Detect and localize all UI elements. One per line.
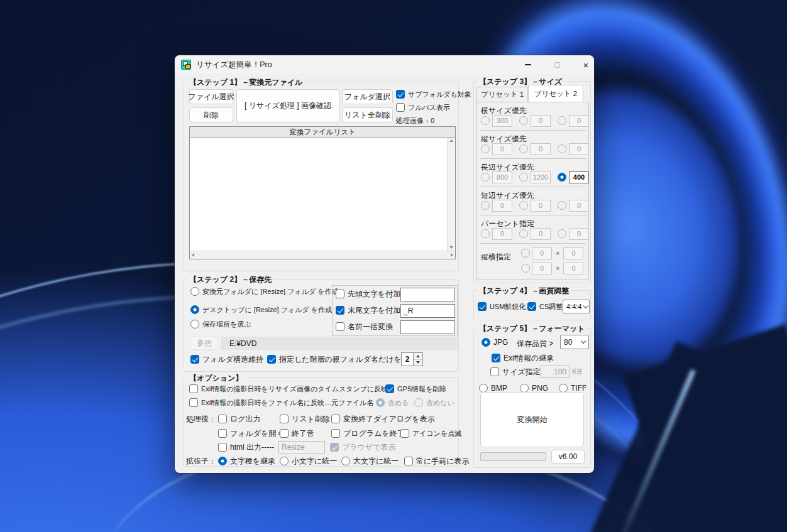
exif-timestamp-checkbox[interactable] xyxy=(189,384,198,393)
size-limit-checkbox[interactable] xyxy=(490,367,499,376)
resize-preview-button[interactable]: [ リサイズ処理 ] 画像確認 xyxy=(236,89,339,122)
clear-list-button[interactable]: リスト全削除 xyxy=(342,107,393,122)
html-output-checkbox[interactable] xyxy=(218,443,227,452)
percent-radio-3[interactable] xyxy=(558,229,566,238)
fullpath-checkbox[interactable] xyxy=(396,103,405,112)
file-list-area[interactable] xyxy=(190,138,447,251)
log-output-checkbox[interactable] xyxy=(218,415,227,423)
end-dialog-checkbox[interactable] xyxy=(331,415,340,423)
short-side-radio-3[interactable] xyxy=(558,201,566,210)
minimize-button[interactable] xyxy=(517,55,539,74)
always-on-top-checkbox[interactable] xyxy=(404,457,413,465)
long-side-radio-2[interactable] xyxy=(519,173,528,182)
short-side-radio-2[interactable] xyxy=(519,201,528,210)
subfolders-checkbox[interactable] xyxy=(396,90,405,99)
height-value-3: 0 xyxy=(569,143,589,155)
tab-preset-2[interactable]: プリセット 2 xyxy=(528,85,583,102)
ext-upper-radio[interactable] xyxy=(341,457,350,465)
keep-parent-checkbox[interactable] xyxy=(267,355,276,364)
dest-desktop-radio[interactable] xyxy=(190,305,199,314)
html-output-row: html 出力----- xyxy=(218,442,274,452)
long-side-value-3[interactable]: 400 xyxy=(569,171,589,183)
scroll-right-icon[interactable] xyxy=(451,253,453,257)
end-sound-row: 終了音 xyxy=(280,428,314,438)
gps-remove-checkbox[interactable] xyxy=(385,384,394,393)
scroll-down-icon[interactable] xyxy=(449,246,453,249)
wh-radio-1[interactable] xyxy=(521,249,530,258)
jpg-radio[interactable] xyxy=(482,338,490,347)
exif-filename-checkbox[interactable] xyxy=(189,398,198,407)
blink-icon-checkbox[interactable] xyxy=(400,429,409,438)
open-folder-checkbox[interactable] xyxy=(218,429,227,438)
percent-radio-1[interactable] xyxy=(481,229,490,238)
width-radio-2[interactable] xyxy=(519,116,528,125)
quality-dropdown[interactable]: 80 xyxy=(560,335,589,349)
show-browser-checkbox xyxy=(330,443,339,452)
height-radio-1[interactable] xyxy=(481,144,490,153)
ext-lower-radio[interactable] xyxy=(280,457,289,465)
close-button[interactable]: × xyxy=(575,55,594,74)
ext-inherit-radio[interactable] xyxy=(218,457,227,465)
jpg-label: JPG xyxy=(493,338,508,347)
suffix-checkbox[interactable] xyxy=(336,306,344,315)
usm-checkbox[interactable] xyxy=(478,302,487,311)
scroll-up-icon[interactable] xyxy=(449,139,453,142)
scroll-left-icon[interactable] xyxy=(192,253,194,257)
bmp-radio[interactable] xyxy=(479,384,488,393)
width-radio-1[interactable] xyxy=(481,116,490,125)
height-priority-row: 0 0 0 xyxy=(481,144,589,154)
height-radio-3[interactable] xyxy=(558,144,566,153)
height-radio-2[interactable] xyxy=(519,144,528,153)
rename-checkbox[interactable] xyxy=(336,322,344,331)
tab-preset-1[interactable]: プリセット 1 xyxy=(476,87,528,102)
parent-depth-spinner[interactable]: 2 xyxy=(401,352,423,366)
width-radio-3[interactable] xyxy=(558,116,566,125)
short-side-radio-1[interactable] xyxy=(481,201,490,210)
keep-parent-row: 指定した階層の親フォルダ名だけを維持 xyxy=(267,354,417,364)
select-folder-button[interactable]: フォルダ選択 xyxy=(342,89,393,104)
percent-radio-2[interactable] xyxy=(519,229,528,238)
delete-button[interactable]: 削除 xyxy=(189,107,233,122)
dest-choose-radio[interactable] xyxy=(190,320,199,328)
long-side-value-2: 1200 xyxy=(531,171,551,183)
keep-structure-checkbox[interactable] xyxy=(190,355,199,364)
chroma-subsampling-dropdown[interactable]: 4:4:4 xyxy=(563,300,590,313)
long-side-radio-1[interactable] xyxy=(481,173,490,182)
tiff-radio[interactable] xyxy=(559,384,568,393)
select-files-button[interactable]: ファイル選択 xyxy=(189,89,233,104)
spinner-down-icon[interactable] xyxy=(414,359,422,366)
ext-inherit-row: 文字種を継承 xyxy=(218,456,275,466)
png-radio[interactable] xyxy=(520,384,529,393)
parent-depth-value[interactable]: 2 xyxy=(401,352,414,366)
dest-source-radio[interactable] xyxy=(190,287,199,296)
suffix-label: 末尾文字を付加 xyxy=(348,305,400,316)
titlebar[interactable]: リサイズ超簡単！Pro × xyxy=(175,55,594,74)
horizontal-scrollbar[interactable] xyxy=(190,251,455,259)
group-step2-title: 【ステップ 2】－保存先 xyxy=(187,274,273,285)
version-button[interactable]: v6.00 xyxy=(551,450,585,464)
ext-inherit-label: 文字種を継承 xyxy=(230,456,275,467)
prefix-input[interactable] xyxy=(400,288,455,301)
end-sound-checkbox[interactable] xyxy=(280,429,289,438)
exit-program-checkbox[interactable] xyxy=(331,429,340,438)
divider xyxy=(480,130,586,131)
rename-input[interactable] xyxy=(400,320,455,334)
list-clear-checkbox[interactable] xyxy=(280,415,289,423)
prefix-checkbox[interactable] xyxy=(336,290,344,298)
exif-inherit-label: Exif情報の継承 xyxy=(504,353,554,364)
ext-lower-label: 小文字に統一 xyxy=(292,456,337,467)
wh-radio-2[interactable] xyxy=(521,264,530,273)
exif-filename-label: Exif情報の撮影日時をファイル名に反映…元ファイル名 ： xyxy=(201,398,382,408)
vertical-scrollbar[interactable] xyxy=(447,138,455,251)
suffix-input[interactable]: _R xyxy=(400,304,455,318)
cs-checkbox[interactable] xyxy=(527,302,536,311)
start-conversion-button[interactable]: 変換開始 xyxy=(480,392,584,447)
quality-label: 保存品質 > xyxy=(517,339,553,349)
long-side-radio-3[interactable] xyxy=(558,173,566,182)
after-process-label: 処理後： xyxy=(186,414,216,425)
exif-inherit-checkbox[interactable] xyxy=(492,354,500,362)
ext-upper-row: 大文字に統一 xyxy=(341,456,399,466)
wh2-width-value: 0 xyxy=(532,263,552,274)
spinner-up-icon[interactable] xyxy=(414,353,422,359)
fullpath-checkbox-row: フルパス表示 xyxy=(396,102,450,112)
